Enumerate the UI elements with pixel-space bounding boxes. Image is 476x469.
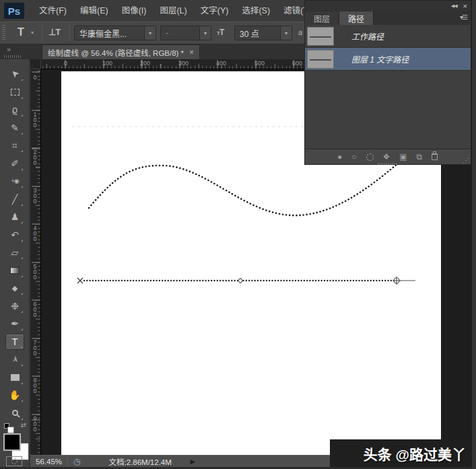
path-row-layer1-text-path[interactable]: 图层 1 文字路径 (305, 48, 471, 71)
panel-drag-handle[interactable] (378, 163, 398, 165)
panel-menu-icon[interactable]: ▾☰ (460, 13, 467, 21)
font-family-caret-icon[interactable]: ▾ (144, 26, 156, 40)
load-selection-icon[interactable] (366, 153, 374, 161)
close-panel-icon[interactable]: × (463, 3, 467, 9)
menu-image[interactable]: 图像(I) (115, 0, 154, 22)
hand-tool[interactable]: ✋ (5, 387, 24, 403)
type-tool[interactable]: T (5, 334, 24, 350)
h-ruler-label: 100 (102, 60, 112, 67)
type-tool-preset-icon[interactable]: T (18, 26, 24, 38)
status-expand-arrow-icon[interactable]: ▶ (191, 458, 195, 465)
clone-stamp-tool[interactable]: ♟ (5, 209, 24, 225)
anti-alias-icon[interactable]: a (298, 28, 302, 36)
path-row-work-path[interactable]: 工作路径 (305, 25, 471, 48)
path-thumbnail (307, 50, 334, 69)
mini-color-controls: ⇄ (3, 423, 28, 431)
path-thumbnail (307, 27, 334, 46)
eyedropper-tool[interactable]: ✐ (5, 155, 24, 172)
text-orientation-icon[interactable]: ⊥T (48, 27, 60, 37)
dodge-tool[interactable]: ❉ (5, 298, 24, 314)
brush-tool[interactable]: ╱ (5, 191, 24, 207)
watermark: 头条 @路过美丫 (330, 439, 471, 467)
move-tool[interactable]: ➤ (5, 66, 24, 82)
document-tab-close-icon[interactable]: × (189, 48, 194, 57)
v-ruler-label: 100 (32, 111, 38, 127)
rectangular-marquee-tool[interactable] (5, 84, 24, 100)
lasso-tool[interactable]: ϱ (5, 102, 24, 118)
swap-colors-icon[interactable]: ⇄ (21, 421, 26, 429)
font-family-value: 华康俪金黑... (75, 28, 144, 39)
rectangle-shape-icon (11, 374, 20, 381)
path-selection-tool[interactable]: ➢ (5, 351, 24, 367)
panel-resize-grip[interactable]: ⋰ (463, 157, 469, 164)
quick-selection-tool[interactable]: ✎ (5, 120, 24, 136)
collapse-panel-icon[interactable]: ◀◀ (451, 3, 457, 9)
font-size-value: 30 点 (235, 28, 280, 39)
tool-preset-caret-icon[interactable]: ▾ (31, 30, 34, 36)
font-size-dropdown[interactable]: 30 点 ▾ (234, 26, 292, 40)
shape-tool[interactable] (5, 369, 24, 386)
menu-type[interactable]: 文字(Y) (194, 0, 236, 22)
dotted-wave-path (89, 163, 399, 215)
history-brush-tool[interactable]: ↶ (5, 227, 24, 243)
default-colors-icon[interactable] (4, 423, 9, 429)
document-tab-title: 绘制虚线 @ 56.4% (路径虚线, RGB/8) * (48, 47, 184, 58)
tab-layers[interactable]: 图层 (305, 11, 339, 25)
status-clock-icon[interactable]: ◷ (73, 457, 80, 466)
add-mask-icon[interactable]: ▣ (399, 152, 407, 161)
new-path-icon[interactable]: ⧉ (417, 152, 423, 161)
zoom-level-field[interactable]: 56.45% (30, 458, 67, 466)
vertical-ruler: 0 100 200 300 400 500 600 700 800 900 (30, 69, 41, 455)
h-ruler-label: 400 (216, 60, 226, 67)
panel-empty-area (305, 71, 471, 149)
gradient-icon (10, 267, 20, 274)
blur-tool[interactable]: ◆ (5, 280, 24, 296)
v-ruler-label: 200 (32, 149, 38, 165)
menu-layer[interactable]: 图层(L) (153, 0, 193, 22)
stroke-path-icon[interactable]: ○ (351, 152, 356, 161)
path-mid-marker (238, 278, 242, 283)
magnifier-icon (12, 410, 18, 416)
font-family-dropdown[interactable]: 华康俪金黑... ▾ (74, 26, 156, 40)
h-ruler-label: 0 (64, 60, 67, 67)
menu-select[interactable]: 选择(S) (235, 0, 277, 22)
fill-path-icon[interactable]: ● (337, 152, 342, 161)
v-ruler-label: 300 (32, 187, 38, 203)
font-style-dropdown[interactable]: - ▾ (160, 26, 211, 40)
v-ruler-label: 700 (32, 339, 38, 355)
options-grip (2, 25, 5, 41)
options-separator (42, 25, 42, 41)
gradient-tool[interactable] (5, 262, 24, 279)
menu-edit[interactable]: 编辑(E) (73, 0, 115, 22)
dock-expander-icon[interactable]: » (3, 46, 15, 54)
path-start-marker (77, 278, 83, 283)
document-size-info: 文档:2.86M/12.4M (109, 456, 172, 467)
panel-footer: ● ○ ❖ ▣ ⧉ ⋰ (305, 149, 471, 164)
v-ruler-label: 500 (32, 263, 38, 279)
window-right-edge (471, 0, 476, 469)
v-ruler-label: 900 (32, 415, 38, 431)
delete-path-icon[interactable] (432, 153, 438, 160)
h-ruler-label: 500 (254, 60, 265, 67)
quick-mask-button[interactable] (6, 456, 22, 466)
zoom-tool[interactable] (5, 405, 24, 421)
make-work-path-icon[interactable]: ❖ (383, 152, 390, 161)
foreground-color-swatch[interactable] (3, 433, 21, 451)
document-tab[interactable]: 绘制虚线 @ 56.4% (路径虚线, RGB/8) * × (42, 44, 200, 59)
crop-tool[interactable]: ⌗ (5, 137, 24, 153)
h-ruler-label: 600 (292, 60, 302, 67)
healing-brush-tool[interactable]: +◉ (5, 173, 24, 189)
font-style-caret-icon[interactable]: ▾ (199, 26, 211, 40)
tab-paths[interactable]: 路径 (339, 11, 374, 25)
h-ruler-label: 200 (140, 60, 150, 67)
options-separator (69, 25, 70, 41)
v-ruler-label: 400 (32, 225, 38, 241)
pen-tool[interactable]: ✒ (5, 316, 24, 332)
font-size-caret-icon[interactable]: ▾ (280, 26, 292, 40)
ruler-corner (30, 59, 41, 69)
menu-file[interactable]: 文件(F) (32, 0, 73, 22)
quick-mask-icon (11, 458, 18, 464)
v-ruler-label: 600 (32, 301, 38, 317)
status-separator (67, 456, 68, 468)
eraser-tool[interactable]: ▱ (5, 244, 24, 260)
